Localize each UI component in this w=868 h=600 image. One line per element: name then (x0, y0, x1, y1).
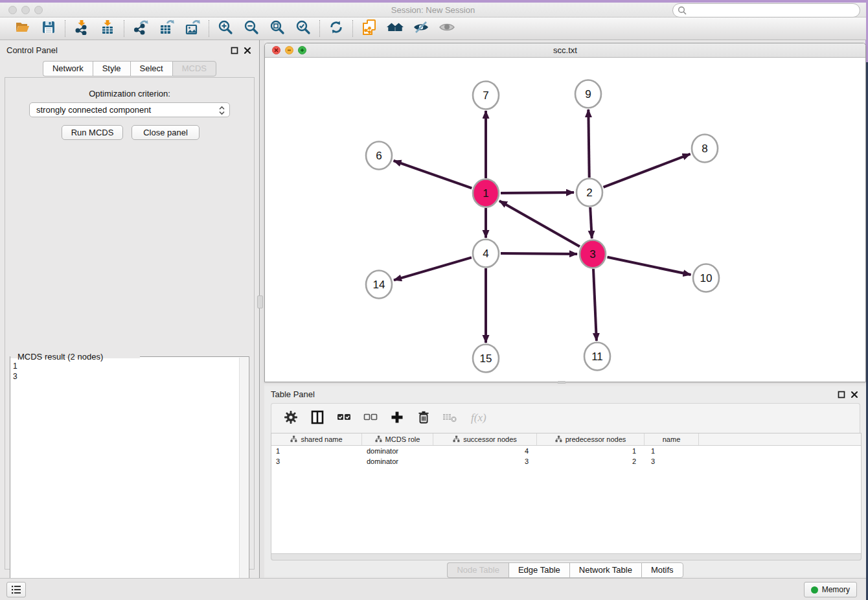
export-image-button[interactable] (184, 20, 201, 37)
delete-table-column-icon (442, 411, 458, 426)
edge-3-1[interactable] (499, 201, 580, 247)
table-row[interactable]: 1dominator411 (271, 446, 861, 456)
run-mcds-button[interactable]: Run MCDS (62, 125, 123, 140)
zoom-selected-button[interactable] (295, 20, 312, 37)
save-button[interactable] (40, 20, 57, 37)
close-panel-button[interactable]: Close panel (131, 125, 200, 140)
network-close-button[interactable] (272, 46, 280, 54)
cell-successor-nodes[interactable]: 4 (433, 446, 537, 456)
import-network-icon (74, 19, 89, 38)
tab-mcds[interactable]: MCDS (172, 61, 216, 76)
optimization-criterion-select[interactable]: strongly connected component (29, 102, 230, 117)
float-panel-icon[interactable] (230, 46, 238, 54)
node-6[interactable]: 6 (366, 142, 392, 170)
tab-edge-table[interactable]: Edge Table (508, 562, 569, 578)
network-canvas[interactable]: 7968124314101511 (265, 58, 865, 382)
export-network-button[interactable] (132, 20, 149, 37)
task-history-button[interactable] (6, 582, 26, 597)
tab-select[interactable]: Select (130, 61, 172, 76)
open-folder-button[interactable] (14, 20, 31, 37)
select-all-button[interactable] (336, 411, 352, 426)
node-10[interactable]: 10 (693, 264, 719, 292)
node-11[interactable]: 11 (584, 343, 610, 371)
edge-4-3[interactable] (501, 253, 577, 254)
table-row[interactable]: 3dominator323 (271, 456, 861, 467)
trash-button[interactable] (416, 411, 431, 426)
show-eye-button[interactable] (439, 20, 455, 37)
toolbar-group (320, 20, 352, 37)
cell-name[interactable]: 1 (645, 446, 699, 456)
cell-successor-nodes[interactable]: 3 (433, 456, 537, 467)
minimize-window-button[interactable] (21, 6, 30, 14)
node-1[interactable]: 1 (473, 179, 499, 207)
table-panel-title: Table Panel (271, 389, 315, 399)
select-all-icon (336, 410, 352, 427)
tab-network[interactable]: Network (43, 61, 93, 76)
edge-2-8[interactable] (604, 154, 691, 187)
refresh-button[interactable] (328, 20, 345, 37)
node-8[interactable]: 8 (692, 135, 718, 163)
network-window-titlebar[interactable]: scc.txt (265, 43, 865, 58)
search-input[interactable] (672, 3, 860, 17)
zoom-fit-button[interactable] (269, 20, 286, 37)
hide-eye-button[interactable] (413, 20, 429, 37)
deselect-all-button[interactable] (363, 411, 378, 426)
node-label: 4 (483, 248, 488, 260)
float-table-panel-icon[interactable] (837, 390, 845, 398)
zoom-window-button[interactable] (34, 6, 43, 14)
node-4[interactable]: 4 (473, 240, 499, 268)
column-header-predecessor-nodes[interactable]: predecessor nodes (537, 433, 645, 445)
vertical-splitter[interactable] (260, 40, 264, 578)
mcds-result-text[interactable]: 1 3 (13, 361, 17, 382)
close-table-panel-icon[interactable] (850, 390, 858, 398)
cell-shared-name[interactable]: 1 (271, 446, 362, 456)
network-view-window: scc.txt 7968124314101511 (264, 43, 866, 382)
cell-predecessor-nodes[interactable]: 2 (537, 456, 645, 467)
network-minimize-button[interactable] (285, 46, 293, 54)
export-table-button[interactable] (158, 20, 175, 37)
node-2[interactable]: 2 (577, 179, 602, 207)
cell-MCDS-role[interactable]: dominator (362, 446, 433, 456)
node-3[interactable]: 3 (580, 240, 606, 268)
node-14[interactable]: 14 (366, 271, 392, 299)
import-network-button[interactable] (73, 20, 90, 37)
cell-name[interactable]: 3 (645, 456, 699, 467)
open-network-file-button[interactable] (361, 20, 378, 37)
column-header-name[interactable]: name (645, 433, 699, 445)
tab-node-table[interactable]: Node Table (447, 562, 508, 578)
node-7[interactable]: 7 (473, 82, 499, 110)
cell-predecessor-nodes[interactable]: 1 (537, 446, 645, 456)
result-scrollbar[interactable] (239, 358, 248, 599)
gear-button[interactable] (283, 411, 299, 426)
column-header-MCDS-role[interactable]: MCDS role (362, 433, 433, 445)
edge-3-10[interactable] (608, 257, 691, 275)
tab-network-table[interactable]: Network Table (569, 562, 641, 578)
home-button[interactable] (387, 20, 404, 37)
edge-4-14[interactable] (394, 257, 472, 280)
edge-1-2[interactable] (501, 192, 574, 193)
cell-MCDS-role[interactable]: dominator (362, 456, 433, 467)
zoom-out-button[interactable] (243, 20, 260, 37)
tree-icon (375, 435, 382, 444)
import-table-button[interactable] (99, 20, 116, 37)
close-panel-icon[interactable] (243, 46, 251, 54)
column-header-successor-nodes[interactable]: successor nodes (433, 433, 537, 445)
vertical-splitter-handle[interactable] (257, 295, 263, 308)
edge-2-9[interactable] (588, 110, 589, 178)
node-15[interactable]: 15 (473, 345, 499, 373)
column-header-shared-name[interactable]: shared name (271, 433, 362, 445)
tab-motifs[interactable]: Motifs (641, 562, 683, 578)
horizontal-sash-handle[interactable] (557, 381, 566, 384)
columns-button[interactable] (310, 411, 325, 426)
zoom-in-button[interactable] (217, 20, 234, 37)
edge-3-11[interactable] (593, 269, 597, 341)
network-maximize-button[interactable] (298, 46, 306, 54)
tab-style[interactable]: Style (93, 61, 130, 76)
add-button[interactable] (389, 411, 405, 426)
edge-2-3[interactable] (590, 207, 592, 238)
node-9[interactable]: 9 (575, 80, 601, 108)
edge-1-6[interactable] (394, 161, 472, 188)
close-window-button[interactable] (8, 6, 17, 14)
memory-button[interactable]: Memory (804, 582, 857, 597)
cell-shared-name[interactable]: 3 (271, 456, 362, 467)
